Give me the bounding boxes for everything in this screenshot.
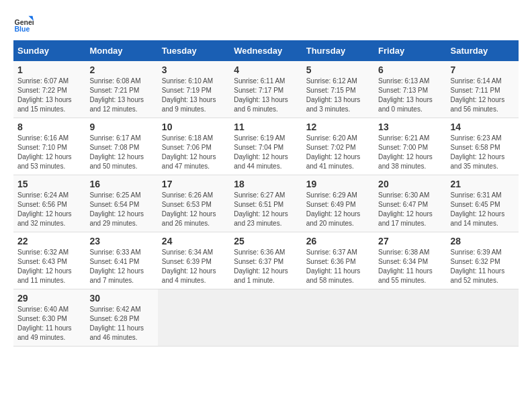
calendar-cell xyxy=(374,289,446,347)
day-number: 11 xyxy=(234,122,298,132)
day-number: 3 xyxy=(162,64,226,75)
sunset-label: Sunset: 7:10 PM xyxy=(17,144,67,151)
daylight-label: Daylight: 12 hours and 47 minutes. xyxy=(162,153,216,170)
daylight-label: Daylight: 12 hours and 53 minutes. xyxy=(17,153,72,170)
day-number: 15 xyxy=(17,179,81,189)
calendar-cell: 24 Sunrise: 6:34 AM Sunset: 6:39 PM Dayl… xyxy=(158,232,230,289)
calendar-cell: 3 Sunrise: 6:10 AM Sunset: 7:19 PM Dayli… xyxy=(158,61,230,118)
daylight-label: Daylight: 13 hours and 0 minutes. xyxy=(378,96,433,113)
calendar-cell xyxy=(447,289,519,347)
day-number: 5 xyxy=(306,64,370,75)
day-info: Sunrise: 6:10 AM Sunset: 7:19 PM Dayligh… xyxy=(162,77,226,114)
daylight-label: Daylight: 11 hours and 55 minutes. xyxy=(378,267,433,284)
day-number: 26 xyxy=(306,236,370,246)
daylight-label: Daylight: 12 hours and 26 minutes. xyxy=(162,210,216,227)
day-info: Sunrise: 6:08 AM Sunset: 7:21 PM Dayligh… xyxy=(89,77,153,114)
calendar-cell: 2 Sunrise: 6:08 AM Sunset: 7:21 PM Dayli… xyxy=(85,61,157,118)
daylight-label: Daylight: 12 hours and 29 minutes. xyxy=(89,210,144,227)
sunset-label: Sunset: 6:47 PM xyxy=(378,201,428,208)
daylight-label: Daylight: 13 hours and 15 minutes. xyxy=(17,96,72,113)
day-info: Sunrise: 6:26 AM Sunset: 6:53 PM Dayligh… xyxy=(162,191,226,228)
day-number: 16 xyxy=(89,179,153,189)
day-info: Sunrise: 6:38 AM Sunset: 6:34 PM Dayligh… xyxy=(378,248,442,285)
week-row-2: 8 Sunrise: 6:16 AM Sunset: 7:10 PM Dayli… xyxy=(13,118,519,175)
sunrise-label: Sunrise: 6:30 AM xyxy=(378,191,429,199)
calendar-cell xyxy=(302,289,374,347)
calendar-cell: 5 Sunrise: 6:12 AM Sunset: 7:15 PM Dayli… xyxy=(302,61,374,118)
sunset-label: Sunset: 7:11 PM xyxy=(451,87,500,94)
daylight-label: Daylight: 12 hours and 17 minutes. xyxy=(378,210,433,227)
daylight-label: Daylight: 12 hours and 7 minutes. xyxy=(89,267,144,284)
sunrise-label: Sunrise: 6:16 AM xyxy=(17,134,69,142)
calendar-cell: 14 Sunrise: 6:23 AM Sunset: 6:58 PM Dayl… xyxy=(447,118,519,175)
day-info: Sunrise: 6:19 AM Sunset: 7:04 PM Dayligh… xyxy=(234,134,298,171)
daylight-label: Daylight: 12 hours and 38 minutes. xyxy=(378,153,433,170)
daylight-label: Daylight: 12 hours and 50 minutes. xyxy=(89,153,144,170)
week-row-1: 1 Sunrise: 6:07 AM Sunset: 7:22 PM Dayli… xyxy=(13,61,519,118)
sunrise-label: Sunrise: 6:29 AM xyxy=(306,191,357,199)
daylight-label: Daylight: 11 hours and 49 minutes. xyxy=(17,324,72,341)
weekday-header-monday: Monday xyxy=(85,40,157,61)
day-info: Sunrise: 6:31 AM Sunset: 6:45 PM Dayligh… xyxy=(451,191,515,228)
calendar-cell: 6 Sunrise: 6:13 AM Sunset: 7:13 PM Dayli… xyxy=(374,61,446,118)
sunset-label: Sunset: 7:19 PM xyxy=(162,87,212,94)
day-info: Sunrise: 6:18 AM Sunset: 7:06 PM Dayligh… xyxy=(162,134,226,171)
sunset-label: Sunset: 6:37 PM xyxy=(234,258,283,265)
daylight-label: Daylight: 11 hours and 52 minutes. xyxy=(451,267,505,284)
calendar-cell: 11 Sunrise: 6:19 AM Sunset: 7:04 PM Dayl… xyxy=(230,118,302,175)
weekday-header-tuesday: Tuesday xyxy=(158,40,230,61)
calendar-cell: 12 Sunrise: 6:20 AM Sunset: 7:02 PM Dayl… xyxy=(302,118,374,175)
sunset-label: Sunset: 7:22 PM xyxy=(17,87,67,94)
day-number: 8 xyxy=(17,122,81,132)
day-info: Sunrise: 6:42 AM Sunset: 6:28 PM Dayligh… xyxy=(89,305,153,342)
day-info: Sunrise: 6:23 AM Sunset: 6:58 PM Dayligh… xyxy=(451,134,515,171)
day-info: Sunrise: 6:12 AM Sunset: 7:15 PM Dayligh… xyxy=(306,77,370,114)
sunset-label: Sunset: 6:34 PM xyxy=(378,258,428,265)
sunset-label: Sunset: 7:13 PM xyxy=(378,87,428,94)
day-number: 13 xyxy=(378,122,442,132)
day-number: 25 xyxy=(234,236,298,246)
sunrise-label: Sunrise: 6:32 AM xyxy=(17,248,69,256)
sunrise-label: Sunrise: 6:34 AM xyxy=(162,248,213,256)
calendar-cell: 9 Sunrise: 6:17 AM Sunset: 7:08 PM Dayli… xyxy=(85,118,157,175)
sunset-label: Sunset: 6:28 PM xyxy=(89,315,139,322)
daylight-label: Daylight: 12 hours and 32 minutes. xyxy=(17,210,72,227)
daylight-label: Daylight: 13 hours and 3 minutes. xyxy=(306,96,361,113)
sunrise-label: Sunrise: 6:17 AM xyxy=(89,134,140,142)
sunrise-label: Sunrise: 6:21 AM xyxy=(378,134,429,142)
day-number: 4 xyxy=(234,64,298,75)
calendar-cell: 23 Sunrise: 6:33 AM Sunset: 6:41 PM Dayl… xyxy=(85,232,157,289)
calendar-cell: 29 Sunrise: 6:40 AM Sunset: 6:30 PM Dayl… xyxy=(13,289,85,347)
day-number: 2 xyxy=(89,64,153,75)
day-info: Sunrise: 6:37 AM Sunset: 6:36 PM Dayligh… xyxy=(306,248,370,285)
calendar-cell: 17 Sunrise: 6:26 AM Sunset: 6:53 PM Dayl… xyxy=(158,175,230,232)
day-number: 29 xyxy=(17,293,81,304)
day-number: 27 xyxy=(378,236,442,246)
sunrise-label: Sunrise: 6:07 AM xyxy=(17,77,69,85)
sunset-label: Sunset: 6:53 PM xyxy=(162,201,212,208)
sunset-label: Sunset: 6:43 PM xyxy=(17,258,67,265)
calendar-cell: 28 Sunrise: 6:39 AM Sunset: 6:32 PM Dayl… xyxy=(447,232,519,289)
sunset-label: Sunset: 7:04 PM xyxy=(234,144,283,151)
daylight-label: Daylight: 12 hours and 44 minutes. xyxy=(234,153,288,170)
day-info: Sunrise: 6:34 AM Sunset: 6:39 PM Dayligh… xyxy=(162,248,226,285)
sunrise-label: Sunrise: 6:25 AM xyxy=(89,191,140,199)
sunrise-label: Sunrise: 6:42 AM xyxy=(89,306,140,313)
day-info: Sunrise: 6:11 AM Sunset: 7:17 PM Dayligh… xyxy=(234,77,298,114)
day-info: Sunrise: 6:07 AM Sunset: 7:22 PM Dayligh… xyxy=(17,77,81,114)
calendar-cell: 13 Sunrise: 6:21 AM Sunset: 7:00 PM Dayl… xyxy=(374,118,446,175)
week-row-5: 29 Sunrise: 6:40 AM Sunset: 6:30 PM Dayl… xyxy=(13,289,519,347)
sunrise-label: Sunrise: 6:33 AM xyxy=(89,248,140,256)
week-row-3: 15 Sunrise: 6:24 AM Sunset: 6:56 PM Dayl… xyxy=(13,175,519,232)
logo: General Blue xyxy=(13,13,34,34)
sunrise-label: Sunrise: 6:27 AM xyxy=(234,191,285,199)
daylight-label: Daylight: 12 hours and 56 minutes. xyxy=(451,96,505,113)
day-info: Sunrise: 6:21 AM Sunset: 7:00 PM Dayligh… xyxy=(378,134,442,171)
day-number: 7 xyxy=(451,64,515,75)
day-info: Sunrise: 6:32 AM Sunset: 6:43 PM Dayligh… xyxy=(17,248,81,285)
daylight-label: Daylight: 12 hours and 35 minutes. xyxy=(451,153,505,170)
sunrise-label: Sunrise: 6:23 AM xyxy=(451,134,502,142)
daylight-label: Daylight: 12 hours and 1 minute. xyxy=(234,267,288,284)
sunset-label: Sunset: 7:02 PM xyxy=(306,144,356,151)
sunset-label: Sunset: 6:36 PM xyxy=(306,258,356,265)
